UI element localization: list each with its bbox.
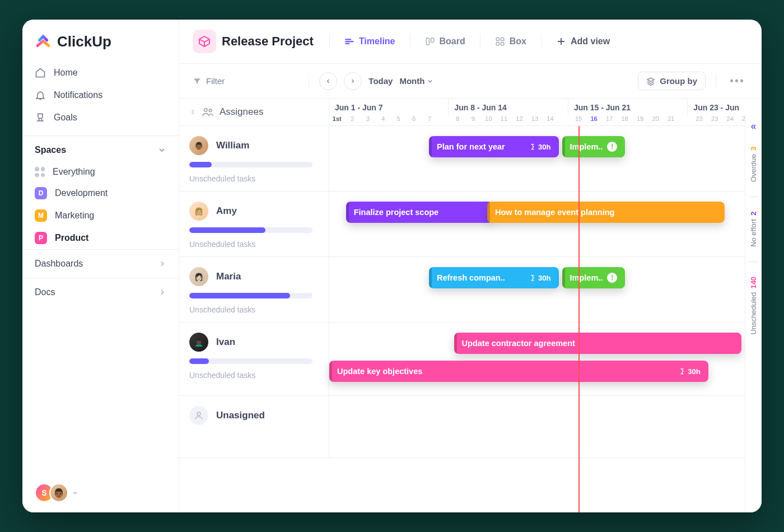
- task-label: Update key objectives: [337, 367, 422, 376]
- avatar: 👨🏿‍🦱: [189, 333, 208, 352]
- person-header[interactable]: 👩🏻Maria: [189, 267, 319, 286]
- sidebar-footer: S 👨🏾: [22, 473, 179, 512]
- day-number: 13: [527, 115, 543, 122]
- space-product[interactable]: P Product: [22, 227, 179, 249]
- add-view-label: Add view: [571, 36, 610, 46]
- person-header[interactable]: Unasigned: [189, 406, 319, 425]
- day-number: 17: [601, 115, 617, 122]
- person-header[interactable]: 👩🏼Amy: [189, 202, 319, 221]
- caret-down-icon[interactable]: [72, 489, 78, 496]
- app-window: ClickUp Home Notifications Goals Spaces …: [22, 20, 762, 512]
- day-number: 8: [450, 115, 466, 122]
- unscheduled-link[interactable]: Unscheduled tasks: [189, 174, 319, 183]
- person-cell: 👩🏼AmyUnscheduled tasks: [179, 192, 329, 256]
- rail-overdue[interactable]: Overdue 3: [749, 142, 758, 186]
- timeline-row: Unasigned: [179, 396, 762, 458]
- svg-rect-0: [426, 38, 429, 45]
- day-number: 9: [465, 115, 481, 122]
- day-number: 11: [496, 115, 512, 122]
- timeline-row: 👩🏻MariaUnscheduled tasksRefresh compan..…: [179, 257, 762, 323]
- day-cell: 891011121314: [450, 115, 571, 125]
- unscheduled-link[interactable]: Unscheduled tasks: [189, 305, 319, 314]
- svg-rect-3: [501, 38, 503, 40]
- space-badge: P: [35, 232, 47, 244]
- person-header[interactable]: 👨🏿‍🦱Ivan: [189, 333, 319, 352]
- person-name: Amy: [216, 206, 237, 217]
- rail-noeffort[interactable]: No effort 2: [749, 207, 758, 251]
- rail-unscheduled-label: Unscheduled: [749, 292, 758, 335]
- rail-overdue-label: Overdue: [749, 154, 758, 182]
- day-number: 2: [345, 115, 361, 122]
- nav-home[interactable]: Home: [22, 62, 179, 84]
- add-view-button[interactable]: Add view: [550, 33, 615, 50]
- tasks-cell[interactable]: Update contractor agreementUpdate key ob…: [329, 323, 762, 395]
- tasks-cell[interactable]: [329, 396, 762, 458]
- layers-icon: [646, 77, 655, 86]
- timeline-row: 👨🏾WilliamUnscheduled tasksPlan for next …: [179, 126, 762, 192]
- assignee-column-header[interactable]: Assignees: [179, 99, 329, 125]
- groupby-button[interactable]: Group by: [638, 72, 706, 90]
- rail-collapse-button[interactable]: «: [750, 120, 756, 132]
- scale-select[interactable]: Month: [399, 76, 433, 86]
- sort-icon: [189, 108, 196, 116]
- chevron-down-icon: [157, 146, 166, 155]
- day-number: 7: [422, 115, 437, 122]
- space-marketing[interactable]: M Marketing: [22, 204, 179, 227]
- nav-docs[interactable]: Docs: [22, 278, 179, 306]
- view-timeline[interactable]: Timeline: [339, 33, 401, 50]
- today-indicator: [578, 126, 580, 512]
- unscheduled-link[interactable]: Unscheduled tasks: [189, 371, 319, 380]
- day-number: 12: [512, 115, 528, 122]
- next-button[interactable]: [344, 72, 362, 90]
- person-cell: 👨🏿‍🦱IvanUnscheduled tasks: [179, 323, 329, 395]
- chevron-right-icon: [349, 78, 356, 85]
- tasks-cell[interactable]: Finalize project scopeHow to manage even…: [329, 192, 762, 256]
- scale-label: Month: [399, 76, 424, 86]
- task-bar[interactable]: How to manage event planning: [487, 202, 725, 223]
- day-cell: 15161718192021: [571, 115, 692, 125]
- nav-dashboards-label: Dashboards: [35, 259, 83, 269]
- task-bar[interactable]: Update contractor agreement: [454, 333, 741, 354]
- package-icon: [198, 35, 211, 48]
- prev-button[interactable]: [319, 72, 337, 90]
- space-everything[interactable]: Everything: [22, 162, 179, 182]
- rail-unscheduled[interactable]: Unscheduled 140: [749, 272, 758, 339]
- tasks-cell[interactable]: Refresh compan..30hImplem..!: [329, 257, 762, 322]
- avatar: 👨🏾: [49, 483, 68, 502]
- task-bar[interactable]: Refresh compan..30h: [429, 267, 558, 288]
- nav-dashboards[interactable]: Dashboards: [22, 249, 179, 278]
- task-bar[interactable]: Update key objectives30h: [329, 361, 708, 382]
- user-avatar-stack[interactable]: S 👨🏾: [35, 483, 68, 502]
- funnel-icon: [193, 77, 202, 86]
- view-board[interactable]: Board: [419, 33, 471, 50]
- task-estimate: 30h: [529, 143, 550, 151]
- brand-logo[interactable]: ClickUp: [22, 20, 179, 62]
- person-header[interactable]: 👨🏾William: [189, 136, 319, 155]
- nav-goals[interactable]: Goals: [22, 106, 179, 129]
- avatar: 👨🏾: [189, 136, 208, 155]
- trophy-icon: [35, 112, 46, 123]
- chevron-down-icon: [427, 78, 433, 85]
- space-development[interactable]: D Development: [22, 182, 179, 204]
- rail-noeffort-count: 2: [749, 212, 758, 216]
- filter-button[interactable]: Filter: [193, 76, 225, 86]
- task-bar[interactable]: Finalize project scope: [346, 202, 492, 223]
- board-icon: [425, 36, 435, 46]
- day-number: 6: [407, 115, 422, 122]
- today-button[interactable]: Today: [368, 76, 393, 86]
- spaces-header[interactable]: Spaces: [22, 136, 179, 162]
- tasks-cell[interactable]: Plan for next year30hImplem..!: [329, 126, 762, 191]
- unscheduled-link[interactable]: Unscheduled tasks: [189, 240, 319, 249]
- task-label: Implem..: [570, 273, 603, 282]
- divider: [329, 34, 330, 49]
- task-bar[interactable]: Plan for next year30h: [429, 136, 558, 157]
- divider: [410, 34, 410, 49]
- groupby-label: Group by: [660, 76, 697, 86]
- week-label: Jun 8 - Jun 14: [449, 99, 568, 115]
- view-box[interactable]: Box: [489, 33, 532, 50]
- day-number: 4: [376, 115, 391, 122]
- nav-notifications[interactable]: Notifications: [22, 84, 179, 106]
- task-bar[interactable]: Implem..!: [562, 136, 626, 157]
- task-bar[interactable]: Implem..!: [562, 267, 626, 288]
- more-button[interactable]: •••: [726, 74, 748, 87]
